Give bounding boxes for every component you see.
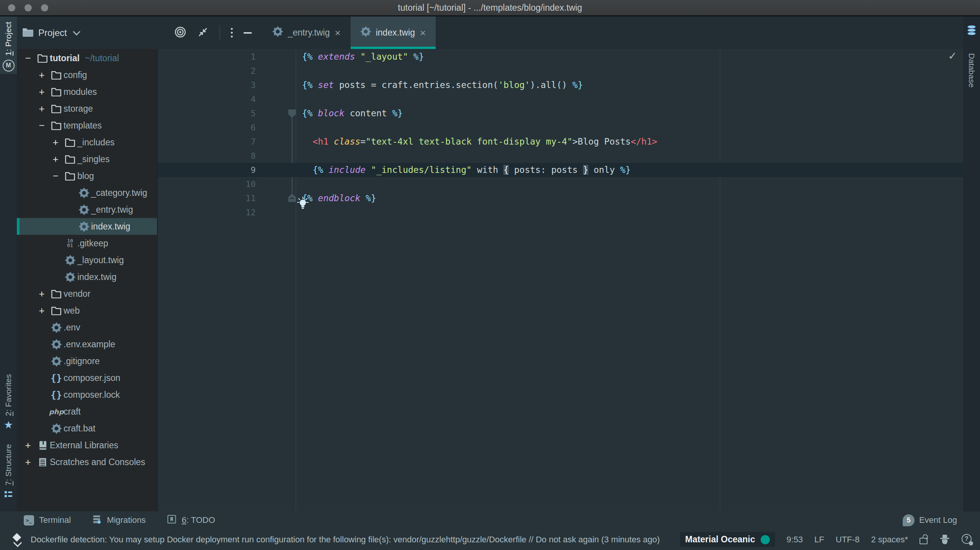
tree-item-scratches-and-consoles[interactable]: +Scratches and Consoles: [17, 454, 157, 470]
twig-file-icon: [361, 26, 371, 37]
tree-item-tutorial[interactable]: −tutorial~/tutorial: [17, 50, 157, 67]
tree-item-label: External Libraries: [50, 440, 118, 451]
sidebar-item-favorites[interactable]: 2: Favorites ★: [0, 374, 17, 430]
tree-item-modules[interactable]: +modules: [17, 83, 157, 100]
readonly-lock-icon[interactable]: [920, 534, 928, 545]
tree-item--entry-twig[interactable]: _entry.twig: [17, 201, 157, 218]
sidebar-item-structure[interactable]: 7: Structure: [0, 444, 17, 500]
code-line-3[interactable]: 3{% set posts = craft.entries.section('b…: [158, 78, 963, 92]
scratches-icon: [38, 457, 48, 467]
tree-item-index-twig[interactable]: index.twig: [17, 268, 157, 285]
tree-item-vendor[interactable]: +vendor: [17, 285, 157, 302]
theme-switcher[interactable]: Material Oceanic: [680, 532, 775, 547]
tree-item-composer-json[interactable]: {}composer.json: [17, 369, 157, 386]
tree-item--singles[interactable]: +_singles: [17, 151, 157, 168]
code-line-11[interactable]: 11{% endblock %}: [158, 191, 963, 205]
code-line-1[interactable]: 1{% extends "_layout" %}: [158, 50, 963, 64]
indent-widget[interactable]: 2 spaces*: [871, 535, 908, 545]
line-number: 6: [158, 120, 256, 135]
folder-icon: [37, 54, 48, 63]
tree-expander-icon[interactable]: +: [34, 86, 49, 98]
sidebar-item-project[interactable]: 1: Project M: [0, 16, 17, 74]
favorites-strip-label: 2: Favorites: [4, 374, 13, 416]
encoding-widget[interactable]: UTF-8: [836, 535, 859, 545]
code-area[interactable]: 1{% extends "_layout" %}23{% set posts =…: [158, 50, 963, 220]
tree-expander-icon[interactable]: +: [34, 103, 49, 115]
tree-item--layout-twig[interactable]: _layout.twig: [17, 252, 157, 268]
project-panel-title: Project: [38, 28, 67, 38]
tree-expander-icon[interactable]: +: [48, 153, 63, 165]
code-line-7[interactable]: 7 <h1 class="text-4xl text-black font-di…: [158, 135, 963, 149]
tree-expander-icon[interactable]: +: [21, 456, 35, 468]
code-line-8[interactable]: 8: [158, 149, 963, 163]
tree-item-label: web: [64, 306, 80, 316]
tree-item-composer-lock[interactable]: {}composer.lock: [17, 386, 157, 403]
hide-panel-button[interactable]: [243, 32, 252, 34]
tab-index-twig[interactable]: index.twig×: [351, 16, 436, 49]
database-strip-label: Database: [967, 53, 976, 88]
code-line-5[interactable]: 5{% block content %}: [158, 106, 963, 120]
terminal-button[interactable]: >_ Terminal: [24, 515, 71, 526]
tree-expander-icon[interactable]: −: [48, 170, 63, 182]
tree-item-templates[interactable]: −templates: [17, 117, 157, 134]
tree-expander-icon[interactable]: −: [21, 52, 35, 64]
tree-item--includes[interactable]: +_includes: [17, 134, 157, 151]
tree-item-label: _singles: [77, 154, 109, 164]
twig-file-icon: [51, 339, 62, 350]
panel-options-button[interactable]: [231, 28, 233, 37]
close-tab-icon[interactable]: ×: [420, 29, 426, 37]
docker-event-icon[interactable]: [11, 534, 23, 546]
tree-item-config[interactable]: +config: [17, 67, 157, 83]
tree-item--env-example[interactable]: .env.example: [17, 336, 157, 353]
line-number: 9: [158, 163, 256, 177]
tree-expander-icon[interactable]: +: [48, 137, 63, 148]
inspections-ok-icon[interactable]: ✓: [948, 50, 957, 62]
help-settings-icon[interactable]: ?: [962, 534, 973, 545]
tree-expander-icon[interactable]: +: [34, 288, 49, 300]
tree-expander-icon[interactable]: +: [34, 305, 49, 317]
line-number: 8: [158, 149, 256, 163]
status-message[interactable]: Dockerfile detection: You may setup Dock…: [31, 535, 660, 545]
code-text: {% include "_includes/listing" with { po…: [302, 163, 631, 177]
code-line-4[interactable]: 4: [158, 92, 963, 106]
code-line-2[interactable]: 2: [158, 64, 963, 78]
code-line-9[interactable]: 9 {% include "_includes/listing" with { …: [158, 163, 963, 177]
tree-item-craft-bat[interactable]: craft.bat: [17, 420, 157, 437]
project-panel-header[interactable]: Project: [22, 16, 79, 49]
tree-item--category-twig[interactable]: _category.twig: [17, 184, 157, 201]
intention-bulb-icon[interactable]: [296, 197, 309, 212]
tree-item--env[interactable]: .env: [17, 319, 157, 336]
binary-file-icon: 1001: [67, 239, 73, 248]
migrations-button[interactable]: Migrations: [91, 514, 145, 527]
locate-file-button[interactable]: [174, 26, 186, 40]
code-line-6[interactable]: 6: [158, 120, 963, 135]
tree-expander-icon[interactable]: +: [21, 439, 35, 451]
collapse-all-button[interactable]: [197, 26, 209, 39]
tree-item--gitkeep[interactable]: 1001.gitkeep: [17, 235, 157, 252]
editor-tab-bar: _entry.twig×index.twig×: [263, 16, 436, 49]
todo-button[interactable]: 6: TODO: [167, 514, 215, 527]
incognito-icon[interactable]: [939, 534, 950, 545]
tree-item-external-libraries[interactable]: +External Libraries: [17, 437, 157, 454]
database-icon: [966, 25, 977, 37]
tree-item-index-twig[interactable]: index.twig: [17, 218, 157, 235]
tab--entry-twig[interactable]: _entry.twig×: [263, 16, 351, 49]
tree-item--gitignore[interactable]: .gitignore: [17, 353, 157, 369]
tree-item-web[interactable]: +web: [17, 302, 157, 319]
tree-item-blog[interactable]: −blog: [17, 168, 157, 184]
migrations-label: Migrations: [107, 515, 145, 525]
tree-expander-icon[interactable]: +: [34, 69, 49, 81]
caret-position-widget[interactable]: 9:53: [787, 535, 803, 545]
event-log-button[interactable]: 5 Event Log: [903, 511, 957, 529]
tree-item-label: Scratches and Consoles: [50, 457, 145, 467]
tree-item-storage[interactable]: +storage: [17, 100, 157, 117]
tab-label: index.twig: [376, 28, 415, 38]
line-separator-widget[interactable]: LF: [814, 535, 824, 545]
folder-icon: [51, 289, 62, 298]
tree-item-craft[interactable]: phpcraft: [17, 403, 157, 420]
tree-expander-icon[interactable]: −: [34, 120, 49, 132]
code-line-10[interactable]: 10: [158, 177, 963, 191]
close-tab-icon[interactable]: ×: [335, 29, 341, 37]
editor[interactable]: 1{% extends "_layout" %}23{% set posts =…: [158, 49, 963, 511]
code-line-12[interactable]: 12: [158, 205, 963, 220]
